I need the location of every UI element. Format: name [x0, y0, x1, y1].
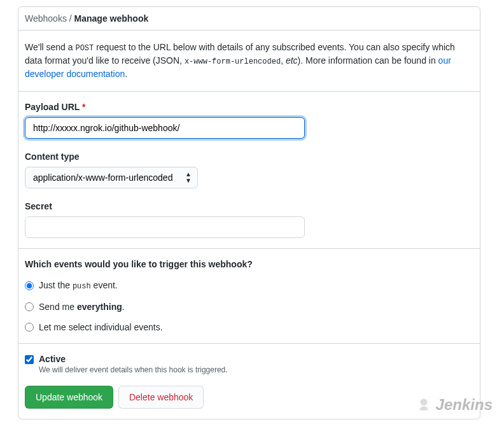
description-text: We'll send a POST request to the URL bel… — [18, 31, 480, 92]
events-question: Which events would you like to trigger t… — [25, 259, 473, 269]
update-webhook-button[interactable]: Update webhook — [25, 386, 113, 409]
secret-input[interactable] — [25, 216, 305, 238]
required-indicator: * — [82, 102, 85, 112]
jenkins-watermark: Jenkins — [416, 396, 493, 414]
form-fields-section: Payload URL * Content type application/x… — [18, 92, 480, 249]
svg-point-0 — [420, 398, 427, 405]
delete-webhook-button[interactable]: Delete webhook — [118, 386, 204, 409]
urlencoded-code: x-www-form-urlencoded — [185, 57, 281, 66]
payload-url-input[interactable] — [25, 117, 305, 139]
active-checkbox[interactable] — [25, 355, 34, 364]
breadcrumb-current: Manage webhook — [74, 13, 149, 24]
webhook-form-container: Webhooks / Manage webhook We'll send a P… — [18, 6, 480, 419]
payload-url-label: Payload URL * — [25, 102, 473, 112]
events-radio-individual[interactable] — [25, 323, 34, 332]
post-code: POST — [75, 44, 94, 53]
jenkins-icon — [416, 397, 432, 413]
breadcrumb-separator: / — [69, 13, 74, 24]
events-label-push[interactable]: Just the push event. — [39, 279, 118, 292]
active-title: Active — [39, 354, 228, 364]
breadcrumb: Webhooks / Manage webhook — [18, 7, 480, 31]
secret-label: Secret — [25, 201, 473, 211]
breadcrumb-parent-link[interactable]: Webhooks — [25, 13, 67, 24]
etc-text: etc — [286, 55, 298, 66]
events-radio-everything[interactable] — [25, 302, 34, 311]
content-type-label: Content type — [25, 151, 473, 162]
events-radio-push[interactable] — [25, 281, 34, 290]
active-section: Active We will deliver event details whe… — [18, 344, 480, 419]
events-label-everything[interactable]: Send me everything. — [39, 301, 125, 313]
active-description: We will deliver event details when this … — [39, 365, 228, 374]
events-section: Which events would you like to trigger t… — [18, 249, 480, 344]
content-type-select[interactable]: application/x-www-form-urlencoded — [25, 167, 198, 188]
events-label-individual[interactable]: Let me select individual events. — [39, 321, 163, 333]
